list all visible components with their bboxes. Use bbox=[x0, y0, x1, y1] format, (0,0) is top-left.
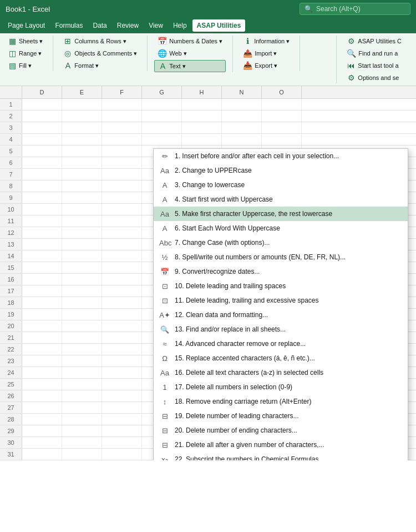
cell-E21[interactable] bbox=[62, 332, 102, 343]
col-header-H[interactable]: H bbox=[182, 86, 222, 98]
cell-E17[interactable] bbox=[62, 285, 102, 297]
cell-D11[interactable] bbox=[22, 215, 62, 227]
cell-O3[interactable] bbox=[262, 122, 302, 133]
cell-E11[interactable] bbox=[62, 215, 102, 227]
ribbon-btn-import-[interactable]: 📤Import ▾ bbox=[240, 48, 293, 59]
cell-D25[interactable] bbox=[22, 379, 62, 390]
cell-E23[interactable] bbox=[62, 355, 102, 367]
cell-F31[interactable] bbox=[102, 449, 142, 460]
cell-D16[interactable] bbox=[22, 274, 62, 285]
ribbon-btn-find-and-run-a[interactable]: 🔍Find and run a bbox=[343, 48, 405, 59]
cell-E9[interactable] bbox=[62, 192, 102, 203]
dropdown-item-10[interactable]: ⊡ 10. Delete leading and trailing spaces bbox=[154, 279, 408, 293]
cell-D28[interactable] bbox=[22, 414, 62, 425]
cell-G3[interactable] bbox=[142, 122, 182, 133]
cell-F20[interactable] bbox=[102, 320, 142, 332]
cell-E18[interactable] bbox=[62, 297, 102, 308]
cell-E28[interactable] bbox=[62, 414, 102, 425]
cell-D4[interactable] bbox=[22, 134, 62, 145]
cell-F8[interactable] bbox=[102, 180, 142, 192]
cell-D18[interactable] bbox=[22, 297, 62, 308]
cell-E20[interactable] bbox=[62, 320, 102, 332]
col-header-O[interactable]: O bbox=[262, 86, 302, 98]
dropdown-item-19[interactable]: ⊟ 19. Delete number of leading character… bbox=[154, 409, 408, 423]
cell-E29[interactable] bbox=[62, 425, 102, 436]
dropdown-item-16[interactable]: Aa 16. Delete all text characters (a-z) … bbox=[154, 365, 408, 380]
dropdown-item-11[interactable]: ⊡ 11. Delete leading, trailing and exces… bbox=[154, 293, 408, 308]
ribbon-btn-web-[interactable]: 🌐Web ▾ bbox=[154, 48, 226, 59]
cell-F22[interactable] bbox=[102, 344, 142, 355]
menu-item-data[interactable]: Data bbox=[88, 19, 111, 32]
cell-D2[interactable] bbox=[22, 111, 62, 122]
cell-D9[interactable] bbox=[22, 192, 62, 203]
ribbon-btn-columns-rows-[interactable]: ⊞Columns & Rows ▾ bbox=[60, 36, 140, 47]
cell-E26[interactable] bbox=[62, 390, 102, 401]
cell-F13[interactable] bbox=[102, 239, 142, 250]
dropdown-item-5[interactable]: Aa 5. Make first character Uppercase, th… bbox=[154, 207, 408, 221]
cell-F9[interactable] bbox=[102, 192, 142, 203]
dropdown-item-6[interactable]: A 6. Start Each Word With Uppercase bbox=[154, 221, 408, 235]
dropdown-item-1[interactable]: ✏ 1. Insert before and/or after each cel… bbox=[154, 149, 408, 163]
dropdown-item-15[interactable]: Ω 15. Replace accented characters (á, ê,… bbox=[154, 351, 408, 365]
dropdown-item-3[interactable]: A 3. Change to lowercase bbox=[154, 178, 408, 192]
cell-E8[interactable] bbox=[62, 180, 102, 192]
cell-F15[interactable] bbox=[102, 262, 142, 273]
cell-F11[interactable] bbox=[102, 215, 142, 227]
cell-E15[interactable] bbox=[62, 262, 102, 273]
cell-D29[interactable] bbox=[22, 425, 62, 436]
cell-E12[interactable] bbox=[62, 227, 102, 238]
menu-item-review[interactable]: Review bbox=[113, 19, 143, 32]
dropdown-item-14[interactable]: ≈ 14. Advanced character remove or repla… bbox=[154, 337, 408, 351]
col-header-G[interactable]: G bbox=[142, 86, 182, 98]
dropdown-item-9[interactable]: 📅 9. Convert/recognize dates... bbox=[154, 264, 408, 279]
cell-D3[interactable] bbox=[22, 122, 62, 133]
cell-F6[interactable] bbox=[102, 157, 142, 168]
cell-D7[interactable] bbox=[22, 169, 62, 180]
menu-item-page-layout[interactable]: Page Layout bbox=[3, 19, 49, 32]
cell-F18[interactable] bbox=[102, 297, 142, 308]
cell-F7[interactable] bbox=[102, 169, 142, 180]
cell-O2[interactable] bbox=[262, 111, 302, 122]
cell-G2[interactable] bbox=[142, 111, 182, 122]
cell-F3[interactable] bbox=[102, 122, 142, 133]
cell-E2[interactable] bbox=[62, 111, 102, 122]
dropdown-item-13[interactable]: 🔍 13. Find and/or replace in all sheets.… bbox=[154, 322, 408, 337]
cell-N3[interactable] bbox=[222, 122, 262, 133]
cell-F12[interactable] bbox=[102, 227, 142, 238]
cell-N2[interactable] bbox=[222, 111, 262, 122]
menu-item-asap-utilities[interactable]: ASAP Utilities bbox=[192, 19, 246, 32]
ribbon-btn-information-[interactable]: ℹInformation ▾ bbox=[240, 36, 293, 47]
cell-F21[interactable] bbox=[102, 332, 142, 343]
ribbon-btn-objects-comments-[interactable]: ◎Objects & Comments ▾ bbox=[60, 48, 140, 59]
cell-E22[interactable] bbox=[62, 344, 102, 355]
cell-D26[interactable] bbox=[22, 390, 62, 401]
cell-D8[interactable] bbox=[22, 180, 62, 192]
dropdown-item-4[interactable]: A 4. Start first word with Uppercase bbox=[154, 192, 408, 207]
col-header-E[interactable]: E bbox=[62, 86, 102, 98]
cell-E4[interactable] bbox=[62, 134, 102, 145]
cell-D23[interactable] bbox=[22, 355, 62, 367]
cell-E14[interactable] bbox=[62, 250, 102, 262]
cell-D6[interactable] bbox=[22, 157, 62, 168]
cell-N4[interactable] bbox=[222, 134, 262, 145]
search-box[interactable]: 🔍 Search (Alt+Q) bbox=[300, 3, 410, 15]
cell-D31[interactable] bbox=[22, 449, 62, 460]
cell-D10[interactable] bbox=[22, 204, 62, 215]
cell-F17[interactable] bbox=[102, 285, 142, 297]
col-header-D[interactable]: D bbox=[22, 86, 62, 98]
cell-D5[interactable] bbox=[22, 145, 62, 157]
cell-O1[interactable] bbox=[262, 99, 302, 110]
cell-F24[interactable] bbox=[102, 367, 142, 378]
menu-item-help[interactable]: Help bbox=[169, 19, 191, 32]
cell-D30[interactable] bbox=[22, 437, 62, 448]
cell-D15[interactable] bbox=[22, 262, 62, 273]
cell-E13[interactable] bbox=[62, 239, 102, 250]
cell-E19[interactable] bbox=[62, 309, 102, 320]
cell-D19[interactable] bbox=[22, 309, 62, 320]
menu-item-formulas[interactable]: Formulas bbox=[50, 19, 87, 32]
cell-F26[interactable] bbox=[102, 390, 142, 401]
cell-E5[interactable] bbox=[62, 145, 102, 157]
cell-F16[interactable] bbox=[102, 274, 142, 285]
cell-G1[interactable] bbox=[142, 99, 182, 110]
cell-F14[interactable] bbox=[102, 250, 142, 262]
